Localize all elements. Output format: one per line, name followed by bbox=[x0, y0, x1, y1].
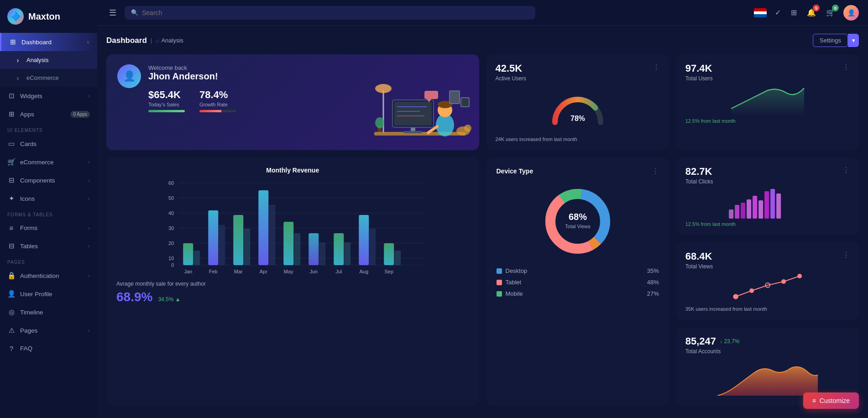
svg-text:Jan: Jan bbox=[184, 269, 192, 274]
sidebar-item-widgets[interactable]: ⊡ Widgets › bbox=[0, 87, 97, 105]
flag-icon[interactable] bbox=[754, 8, 767, 17]
ecommerce-icon: 🛒 bbox=[7, 158, 16, 166]
sidebar-item-faq[interactable]: ? FAQ bbox=[0, 340, 97, 357]
svg-rect-46 bbox=[294, 233, 300, 265]
svg-rect-49 bbox=[334, 233, 344, 265]
sidebar-label-ecommerce-sub: eCommerce bbox=[26, 74, 59, 81]
total-accounts-label: Total Accounts bbox=[685, 348, 850, 355]
svg-rect-51 bbox=[359, 215, 369, 265]
notifications-button[interactable]: 🔔 5 bbox=[805, 6, 818, 19]
svg-rect-50 bbox=[344, 242, 350, 265]
forms-icon: ≡ bbox=[7, 224, 16, 232]
sidebar-item-tables[interactable]: ⊟ Tables › bbox=[0, 237, 97, 255]
active-users-info: 42.5K Active Users bbox=[496, 63, 526, 82]
settings-dropdown-button[interactable]: ▾ bbox=[848, 34, 859, 47]
device-title-text: Device Type bbox=[497, 167, 533, 175]
breadcrumb-separator: | bbox=[151, 37, 152, 44]
sidebar-item-apps[interactable]: ⊞ Apps 0 Apps bbox=[0, 105, 97, 123]
svg-rect-40 bbox=[219, 225, 225, 265]
sidebar-label-analysis: Analysis bbox=[26, 57, 48, 63]
total-users-chart bbox=[685, 84, 850, 115]
pages-icon: ⚠ bbox=[7, 326, 16, 334]
svg-rect-77 bbox=[764, 191, 769, 219]
total-clicks-label: Total Clicks bbox=[685, 178, 713, 185]
svg-text:68%: 68% bbox=[569, 212, 587, 222]
sidebar-item-ecommerce-sub[interactable]: › eCommerce bbox=[0, 69, 97, 87]
total-users-more-button[interactable]: ⋮ bbox=[842, 63, 850, 71]
growth-stat: 78.4% Growth Rate bbox=[199, 89, 236, 112]
svg-rect-44 bbox=[269, 205, 275, 265]
svg-point-21 bbox=[464, 125, 471, 132]
total-views-footer: 35K users increased from last month bbox=[685, 306, 850, 312]
customize-button[interactable]: ≡ Customize bbox=[803, 392, 859, 409]
svg-rect-54 bbox=[394, 251, 401, 265]
active-users-more-button[interactable]: ⋮ bbox=[653, 63, 660, 71]
grid-button[interactable]: ⊞ bbox=[789, 6, 799, 19]
monthly-revenue-card: Monthly Revenue 60 50 40 bbox=[106, 157, 479, 406]
total-clicks-info: 82.7K Total Clicks bbox=[685, 166, 713, 185]
search-input[interactable] bbox=[142, 9, 529, 16]
settings-button[interactable]: Settings bbox=[813, 34, 848, 47]
sidebar-label-tables: Tables bbox=[20, 243, 38, 250]
sidebar-item-components[interactable]: ⊟ Components › bbox=[0, 171, 97, 189]
logo-icon: 🔷 bbox=[7, 8, 24, 25]
total-clicks-number: 82.7K bbox=[685, 166, 713, 178]
sidebar-label-components: Components bbox=[20, 177, 55, 184]
desktop-color bbox=[497, 268, 502, 274]
svg-text:Feb: Feb bbox=[209, 269, 218, 274]
desktop-pct: 35% bbox=[647, 267, 659, 274]
gauge-chart: 78% bbox=[548, 88, 607, 129]
revenue-footer-label: Avrage monthly sale for every author bbox=[116, 281, 469, 287]
chevron-down-icon: ∨ bbox=[86, 39, 90, 45]
sidebar-item-authentication[interactable]: 🔒 Authentication › bbox=[0, 266, 97, 285]
checkmark-button[interactable]: ✓ bbox=[773, 6, 783, 19]
sidebar-item-pages[interactable]: ⚠ Pages › bbox=[0, 321, 97, 340]
tablet-pct: 48% bbox=[647, 279, 659, 286]
cart-badge: 8 bbox=[832, 5, 839, 11]
svg-point-13 bbox=[375, 84, 392, 93]
device-more-button[interactable]: ⋮ bbox=[652, 167, 659, 175]
header-right: ✓ ⊞ 🔔 5 🛒 8 👤 bbox=[754, 5, 859, 21]
total-clicks-more-button[interactable]: ⋮ bbox=[842, 166, 850, 174]
dot-icon2: › bbox=[14, 74, 22, 82]
greeting-text: Welcome back bbox=[148, 64, 236, 71]
svg-rect-76 bbox=[758, 200, 763, 219]
sidebar-item-icons[interactable]: ✦ Icons › bbox=[0, 189, 97, 208]
total-users-label: Total Users bbox=[685, 75, 713, 82]
dashboard-icon: ⊞ bbox=[9, 38, 17, 46]
total-views-more-button[interactable]: ⋮ bbox=[842, 251, 850, 259]
welcome-stats: $65.4K Today's Sales 78.4% Growth Rate bbox=[148, 89, 236, 112]
svg-rect-53 bbox=[384, 243, 394, 265]
sidebar-item-ecommerce[interactable]: 🛒 eCommerce › bbox=[0, 153, 97, 171]
sidebar-item-userprofile[interactable]: 👤 User Profile bbox=[0, 285, 97, 303]
chevron-right-icon4: › bbox=[88, 196, 90, 201]
avatar[interactable]: 👤 bbox=[843, 5, 859, 21]
breadcrumb-main: Dashboard bbox=[106, 36, 147, 45]
chevron-right-icon6: › bbox=[88, 243, 90, 249]
revenue-chart-area: 60 50 40 30 20 10 0 bbox=[116, 178, 469, 279]
sidebar-item-timeline[interactable]: ◎ Timeline bbox=[0, 303, 97, 321]
widgets-icon: ⊡ bbox=[7, 92, 16, 100]
tables-icon: ⊟ bbox=[7, 242, 16, 250]
sidebar-item-forms[interactable]: ≡ Forms › bbox=[0, 219, 97, 237]
svg-text:May: May bbox=[284, 269, 293, 274]
active-users-number: 42.5K bbox=[496, 63, 526, 74]
hamburger-button[interactable]: ☰ bbox=[106, 5, 119, 21]
sidebar-label-cards: Cards bbox=[20, 141, 37, 147]
revenue-sub: 34.5% ▲ bbox=[158, 296, 180, 303]
sidebar-item-analysis[interactable]: › Analysis bbox=[0, 51, 97, 69]
revenue-bar-chart: 60 50 40 30 20 10 0 bbox=[116, 178, 469, 279]
svg-text:Mar: Mar bbox=[234, 269, 243, 274]
device-legend: Desktop 35% Tablet 48% bbox=[497, 267, 659, 297]
sidebar-item-dashboard[interactable]: ⊞ Dashboard ∨ bbox=[0, 33, 97, 51]
search-bar: 🔍 bbox=[125, 6, 535, 20]
profile-icon: 👤 bbox=[7, 290, 16, 298]
svg-rect-17 bbox=[461, 98, 469, 107]
total-views-label: Total Views bbox=[685, 263, 713, 270]
accounts-area-chart bbox=[685, 359, 850, 396]
device-title: Device Type ⋮ bbox=[497, 167, 659, 175]
svg-rect-74 bbox=[747, 199, 751, 219]
sidebar-item-cards[interactable]: ▭ Cards bbox=[0, 135, 97, 153]
svg-rect-2 bbox=[404, 131, 422, 133]
cart-button[interactable]: 🛒 8 bbox=[824, 6, 837, 19]
